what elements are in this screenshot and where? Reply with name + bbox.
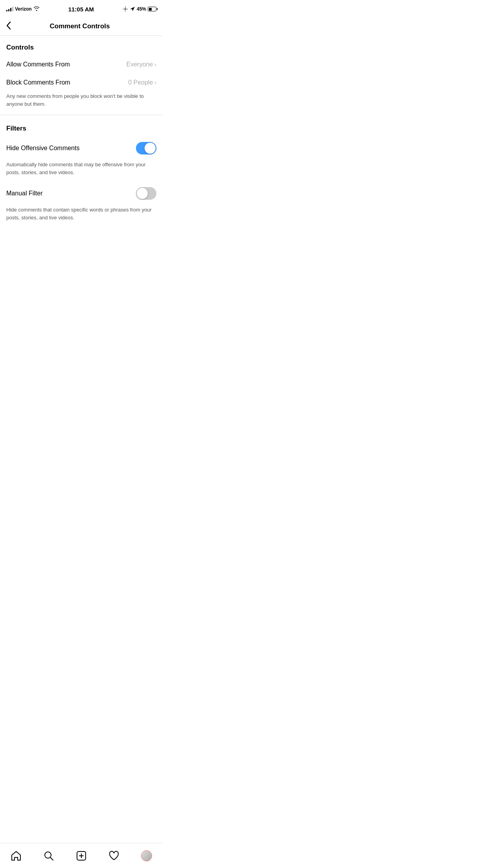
block-description: Any new comments from people you block w…: [0, 92, 163, 113]
hide-offensive-label: Hide Offensive Comments: [6, 145, 79, 152]
back-button[interactable]: [6, 21, 15, 31]
status-bar: Verizon 11:05 AM 45%: [0, 0, 163, 17]
manual-filter-label: Manual Filter: [6, 190, 42, 197]
wifi-icon: [33, 6, 40, 12]
allow-comments-row[interactable]: Allow Comments From Everyone ›: [0, 55, 163, 74]
status-right: 45%: [123, 6, 156, 12]
carrier-label: Verizon: [15, 6, 32, 12]
block-comments-value: 0 People ›: [128, 79, 156, 86]
allow-comments-value: Everyone ›: [127, 61, 156, 68]
block-comments-label: Block Comments From: [6, 79, 70, 86]
svg-point-0: [125, 8, 126, 10]
status-left: Verizon: [6, 6, 40, 12]
location-icon: [123, 6, 128, 12]
main-content: Controls Allow Comments From Everyone › …: [0, 36, 163, 258]
signal-icon: [6, 7, 13, 11]
filters-section-title: Filters: [0, 117, 163, 136]
manual-filter-toggle[interactable]: [136, 187, 156, 200]
chevron-icon-2: ›: [154, 79, 156, 86]
filters-section: Filters Hide Offensive Comments Automati…: [0, 117, 163, 227]
allow-comments-label: Allow Comments From: [6, 61, 70, 68]
manual-filter-description: Hide comments that contain specific word…: [0, 205, 163, 227]
section-divider: [0, 115, 163, 115]
status-time: 11:05 AM: [68, 6, 94, 13]
navigation-icon: [130, 6, 135, 12]
controls-section-title: Controls: [0, 36, 163, 55]
hide-offensive-description: Automatically hide comments that may be …: [0, 160, 163, 182]
hide-offensive-toggle[interactable]: [136, 142, 156, 154]
hide-offensive-row: Hide Offensive Comments: [0, 136, 163, 160]
battery-percent: 45%: [137, 6, 146, 12]
battery-icon: [148, 7, 156, 11]
block-comments-row[interactable]: Block Comments From 0 People ›: [0, 74, 163, 92]
chevron-icon: ›: [154, 61, 156, 68]
page-title: Comment Controls: [15, 22, 145, 30]
controls-section: Controls Allow Comments From Everyone › …: [0, 36, 163, 113]
manual-filter-row: Manual Filter: [0, 182, 163, 205]
nav-header: Comment Controls: [0, 17, 163, 36]
